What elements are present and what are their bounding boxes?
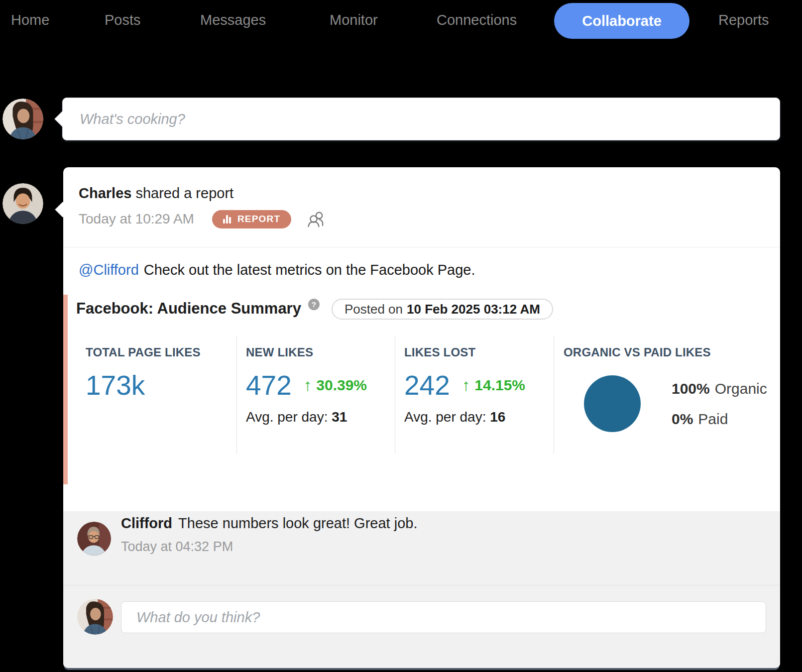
up-arrow-icon: ↑ [462, 376, 470, 395]
metric-label: NEW LIKES [246, 345, 395, 359]
nav-item-home[interactable]: Home [11, 0, 49, 40]
legend-pct: 0% [672, 411, 693, 427]
comment-body: These numbers look great! Great job. [178, 515, 417, 531]
nav-item-posts[interactable]: Posts [105, 0, 141, 40]
metric-organic-vs-paid: ORGANIC VS PAID LIKES 100%Organic 0%Paid [554, 336, 780, 454]
metric-change-pct: 30.39% [316, 377, 367, 394]
mention-link[interactable]: @Clifford [79, 262, 139, 278]
avg-label: Avg. per day: [246, 409, 328, 425]
posted-on-pill: Posted on 10 Feb 2025 03:12 AM [332, 299, 553, 320]
report-metrics: TOTAL PAGE LIKES 173k NEW LIKES 472 ↑ 30… [63, 336, 780, 454]
nav-item-messages[interactable]: Messages [200, 0, 266, 40]
metric-value: 173k [86, 369, 145, 401]
metric-change-pct: 14.15% [474, 377, 525, 394]
legend-organic: 100%Organic [672, 380, 767, 397]
post-meta: Today at 10:29 AM REPORT [79, 209, 325, 229]
team-icon[interactable] [307, 211, 325, 227]
legend-name: Organic [715, 380, 767, 397]
avatar-current-user [2, 99, 43, 139]
nav-item-reports[interactable]: Reports [718, 0, 769, 40]
metric-avg-per-day: Avg. per day: 31 [246, 409, 395, 425]
report-badge-label: REPORT [237, 214, 280, 224]
report-title: Facebook: Audience Summary [76, 300, 301, 318]
posted-on-datetime: 10 Feb 2025 03:12 AM [407, 302, 540, 317]
post-action: shared a report [135, 185, 233, 201]
post-header: Charles shared a report [79, 185, 233, 202]
metric-total-page-likes: TOTAL PAGE LIKES 173k [63, 336, 236, 454]
post-timestamp: Today at 10:29 AM [79, 211, 194, 227]
metric-likes-lost: LIKES LOST 242 ↑ 14.15% Avg. per day: 16 [395, 336, 554, 454]
avg-label: Avg. per day: [404, 409, 486, 425]
metric-avg-per-day: Avg. per day: 16 [404, 409, 554, 425]
avatar-current-user [77, 599, 113, 635]
avg-value: 16 [490, 409, 505, 425]
comment-author: Clifford [121, 515, 172, 531]
report-title-row: Facebook: Audience Summary ? Posted on 1… [76, 300, 553, 320]
comment: CliffordThese numbers look great! Great … [121, 515, 417, 532]
posted-on-label: Posted on [344, 302, 403, 317]
metric-label: ORGANIC VS PAID LIKES [564, 345, 780, 359]
up-arrow-icon: ↑ [304, 376, 312, 395]
bar-chart-icon [223, 215, 231, 224]
avg-value: 31 [332, 409, 347, 425]
post-message-text: Check out the latest metrics on the Face… [144, 262, 475, 278]
legend-paid: 0%Paid [672, 411, 767, 428]
comment-timestamp: Today at 04:32 PM [121, 539, 233, 555]
post-message: @CliffordCheck out the latest metrics on… [79, 262, 475, 278]
composer-bubble [62, 98, 780, 140]
report-badge: REPORT [212, 210, 291, 228]
organic-paid-pie-chart [584, 375, 641, 432]
nav-item-collaborate-active[interactable]: Collaborate [554, 3, 689, 39]
metric-label: LIKES LOST [404, 345, 554, 359]
avatar-clifford [77, 522, 111, 556]
header-divider [63, 247, 780, 247]
collaborate-page: Home Posts Messages Monitor Connections … [0, 0, 802, 672]
comments-section: CliffordThese numbers look great! Great … [63, 511, 780, 668]
post-card-tail [55, 202, 70, 217]
legend-name: Paid [698, 411, 728, 427]
metric-value: 472 [246, 369, 292, 401]
nav-item-connections[interactable]: Connections [437, 0, 517, 40]
post-card: Charles shared a report Today at 10:29 A… [63, 167, 780, 668]
post-author: Charles [79, 185, 131, 201]
reply-input-wrap [121, 601, 766, 633]
help-icon[interactable]: ? [308, 299, 320, 310]
comments-divider [63, 585, 780, 585]
metric-label: TOTAL PAGE LIKES [86, 345, 236, 359]
pie-legend: 100%Organic 0%Paid [672, 380, 767, 428]
metric-new-likes: NEW LIKES 472 ↑ 30.39% Avg. per day: 31 [236, 336, 395, 454]
avatar-charles [2, 183, 43, 224]
comment-reply-input[interactable] [121, 602, 766, 633]
metric-value: 242 [404, 369, 450, 401]
status-composer-input[interactable] [63, 98, 780, 140]
nav-item-monitor[interactable]: Monitor [330, 0, 378, 40]
legend-pct: 100% [672, 380, 710, 397]
